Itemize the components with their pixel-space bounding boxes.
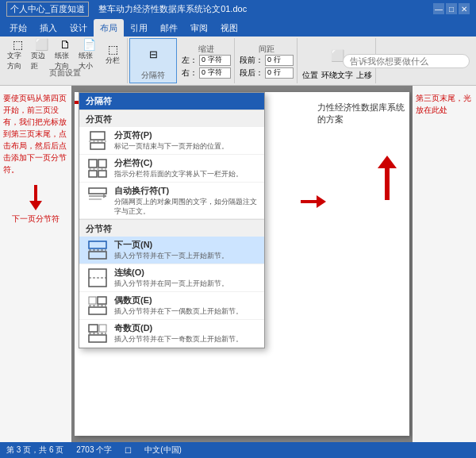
indent-group: 缩进 左： 右： xyxy=(178,38,235,83)
text-wrap-icon xyxy=(86,185,109,207)
page-break-icon xyxy=(86,129,109,152)
svg-rect-3 xyxy=(89,160,97,167)
below-annotation: 下一页分节符 xyxy=(3,214,68,225)
left-annotation-text: 要使页码从第四页开始，前三页没有，我们把光标放到第三页末尾，点击布局，然后后点击… xyxy=(3,92,68,175)
menu-item-odd-page[interactable]: 奇数页(D) 插入分节符并在下一奇数页上开始新节。 xyxy=(79,320,264,348)
ribbon-tabs: 开始 插入 设计 布局 引用 邮件 审阅 视图 xyxy=(0,17,476,37)
title-bar-right: — □ ✕ xyxy=(433,3,470,14)
svg-rect-21 xyxy=(99,325,106,332)
lang-icon: ☐ xyxy=(125,446,132,455)
close-button[interactable]: ✕ xyxy=(459,3,470,14)
page-setup-group: ⬚ 文字方向 ⬜ 页边距 🗋 纸张方向 📄 纸张大小 ⬚ 分栏 页面设置 xyxy=(3,38,128,83)
down-arrow-annotation xyxy=(3,185,68,210)
minimize-button[interactable]: — xyxy=(433,3,444,14)
svg-rect-8 xyxy=(89,188,106,194)
page-setup-label: 页面设置 xyxy=(49,67,81,79)
search-input[interactable] xyxy=(343,54,470,68)
even-page-text: 偶数页(E) 插入分节符并在下一偶数页上开始新节。 xyxy=(114,294,243,317)
odd-page-text: 奇数页(D) 插入分节符并在下一奇数页上开始新节。 xyxy=(114,322,243,344)
tab-view[interactable]: 视图 xyxy=(214,19,244,37)
svg-rect-23 xyxy=(89,335,106,342)
spacing-before-input[interactable] xyxy=(265,55,294,66)
continuous-text: 连续(O) 插入分节符并在同一页上开始新节。 xyxy=(114,267,228,289)
menu-item-column-break[interactable]: 分栏符(C) 指示分栏符后面的文字将从下一栏开始。 xyxy=(79,155,264,183)
page-count: 第 3 页，共 6 页 xyxy=(6,445,63,456)
right-annotation: 第三页末尾，光放在此处 xyxy=(413,86,476,442)
columns-button[interactable]: ⬚ 分栏 xyxy=(102,44,124,66)
indent-left-input[interactable] xyxy=(199,55,231,66)
status-bar: 第 3 页，共 6 页 2703 个字 ☐ 中文(中国) xyxy=(0,442,476,458)
doc-content-area: 分隔符 分页符 分页符(P) 标记一页结束与下一页开始的位置。 xyxy=(71,86,413,442)
tab-mail[interactable]: 邮件 xyxy=(154,19,184,37)
doc-area: 要使页码从第四页开始，前三页没有，我们把光标放到第三页末尾，点击布局，然后后点击… xyxy=(0,86,476,442)
page-break-text: 分页符(P) 标记一页结束与下一页开始的位置。 xyxy=(114,129,228,152)
tab-home[interactable]: 开始 xyxy=(3,19,33,37)
tab-reference[interactable]: 引用 xyxy=(124,19,154,37)
svg-rect-2 xyxy=(90,143,105,149)
right-annotation-text: 第三页末尾，光放在此处 xyxy=(416,92,473,116)
ribbon-toolbar: ⬚ 文字方向 ⬜ 页边距 🗋 纸张方向 📄 纸张大小 ⬚ 分栏 页面设置 xyxy=(0,37,476,86)
menu-item-page-break[interactable]: 分页符(P) 标记一页结束与下一页开始的位置。 xyxy=(79,127,264,155)
menu-item-text-wrap[interactable]: 自动换行符(T) 分隔网页上的对象周围的文字，如分隔题注文字与正文。 xyxy=(79,183,264,219)
dropdown-header: 分隔符 xyxy=(79,93,264,110)
title-text: 整车动力经济性数据库系统论文01.doc xyxy=(98,3,247,15)
next-page-icon xyxy=(86,239,109,261)
menu-item-next-page[interactable]: 下一页(N) 插入分节符并在下一页上开始新节。 xyxy=(79,237,264,264)
svg-rect-6 xyxy=(89,171,97,177)
svg-rect-20 xyxy=(89,325,98,332)
separator-label: 分隔符 xyxy=(141,70,165,81)
title-bar: 个人中心_百度知道 整车动力经济性数据库系统论文01.doc — □ ✕ xyxy=(0,0,476,17)
svg-rect-4 xyxy=(98,160,106,167)
tab-review[interactable]: 审阅 xyxy=(184,19,214,37)
spacing-group: 间距 段前： 段后： xyxy=(236,38,298,83)
svg-rect-16 xyxy=(89,297,96,304)
separator-group: ⊟ 分隔符 xyxy=(129,38,177,83)
doc-page: 分隔符 分页符 分页符(P) 标记一页结束与下一页开始的位置。 xyxy=(75,92,409,436)
word-count: 2703 个字 xyxy=(76,445,112,456)
text-direction-button[interactable]: ⬚ 文字方向 xyxy=(6,44,29,66)
next-page-text: 下一页(N) 插入分节符并在下一页上开始新节。 xyxy=(114,239,228,261)
column-break-text: 分栏符(C) 指示分栏符后面的文字将从下一栏开始。 xyxy=(114,157,243,179)
indent-right-input[interactable] xyxy=(199,67,231,79)
spacing-after-label: 段后： xyxy=(240,67,263,79)
svg-rect-11 xyxy=(89,241,106,248)
left-annotation: 要使页码从第四页开始，前三页没有，我们把光标放到第三页末尾，点击布局，然后后点击… xyxy=(0,86,71,442)
doc-arrow-right xyxy=(301,195,326,208)
svg-rect-19 xyxy=(89,307,106,314)
margins-button[interactable]: ⬜ 页边距 xyxy=(30,44,52,66)
separator-button[interactable]: ⊟ xyxy=(137,40,169,68)
paper-size-button[interactable]: 📄 纸张大小 xyxy=(78,44,100,66)
text-wrap-text: 自动换行符(T) 分隔网页上的对象周围的文字，如分隔题注文字与正文。 xyxy=(114,185,258,216)
tab-design[interactable]: 设计 xyxy=(63,19,94,37)
tab-layout[interactable]: 布局 xyxy=(94,19,124,37)
spacing-after-input[interactable] xyxy=(265,67,294,79)
doc-text: 力性经济性数据库系统的方案 xyxy=(314,98,409,129)
menu-item-continuous[interactable]: 连续(O) 插入分节符并在同一页上开始新节。 xyxy=(79,264,264,292)
language: 中文(中国) xyxy=(144,445,182,456)
svg-rect-7 xyxy=(98,171,106,177)
orientation-button[interactable]: 🗋 纸张方向 xyxy=(54,44,76,66)
even-page-icon xyxy=(86,294,109,317)
breadcrumb: 个人中心_百度知道 xyxy=(6,2,89,17)
continuous-icon xyxy=(86,267,109,289)
section-break: 分节符 xyxy=(79,219,264,237)
section-page-break: 分页符 xyxy=(79,110,264,127)
tab-insert[interactable]: 插入 xyxy=(33,19,63,37)
up-arrow-doc xyxy=(378,156,397,200)
title-bar-left: 个人中心_百度知道 整车动力经济性数据库系统论文01.doc xyxy=(6,2,247,17)
menu-item-even-page[interactable]: 偶数页(E) 插入分节符并在下一偶数页上开始新节。 xyxy=(79,292,264,320)
svg-rect-13 xyxy=(89,252,106,259)
spacing-before-label: 段前： xyxy=(240,55,263,66)
svg-rect-0 xyxy=(90,132,105,140)
maximize-button[interactable]: □ xyxy=(446,3,457,14)
column-break-icon xyxy=(86,157,109,179)
dropdown-menu: 分隔符 分页符 分页符(P) 标记一页结束与下一页开始的位置。 xyxy=(79,92,265,348)
svg-rect-17 xyxy=(98,297,106,304)
odd-page-icon xyxy=(86,322,109,344)
page-setup-icons: ⬚ 文字方向 ⬜ 页边距 🗋 纸张方向 📄 纸张大小 ⬚ 分栏 xyxy=(6,44,124,66)
